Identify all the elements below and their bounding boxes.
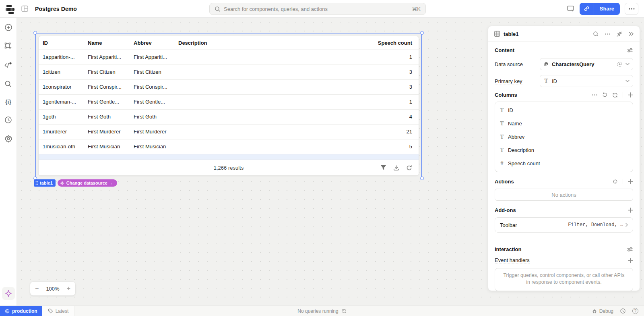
- panels-toggle-icon[interactable]: [21, 5, 29, 12]
- chevron-right-icon: [625, 223, 628, 227]
- primary-key-value: ID: [552, 78, 557, 84]
- component-name-badge[interactable]: table1: [34, 179, 56, 187]
- history-icon[interactable]: [4, 116, 12, 124]
- column-header[interactable]: Description: [174, 40, 366, 46]
- add-action-icon[interactable]: [628, 179, 633, 184]
- resize-handle-top-left[interactable]: [33, 31, 37, 35]
- interaction-settings-icon[interactable]: [627, 246, 633, 252]
- results-count: 1,266 results: [39, 165, 419, 171]
- ai-assistant-button[interactable]: [2, 287, 15, 300]
- reset-columns-icon[interactable]: [602, 92, 607, 98]
- inspector-panel: table1: [488, 26, 640, 291]
- resize-handle-bottom-right[interactable]: [420, 177, 424, 180]
- inspector-search-icon[interactable]: [593, 31, 599, 37]
- sparkle-icon: [60, 181, 64, 185]
- column-list-item[interactable]: T ID: [495, 104, 633, 117]
- table-body: 1apparition-...First Appariti...First Ap…: [39, 50, 419, 160]
- share-button[interactable]: Share: [594, 3, 620, 15]
- table-row[interactable]: 1citizenFirst CitizenFirst Citizen3: [39, 65, 419, 80]
- add-component-icon[interactable]: [4, 23, 12, 31]
- table-row[interactable]: 1musician-si...First MusicianFirst Music…: [39, 154, 419, 160]
- text-column-icon: T: [499, 147, 505, 154]
- unpin-panel-icon[interactable]: [616, 31, 622, 37]
- help-button[interactable]: ?: [632, 308, 638, 314]
- content-settings-icon[interactable]: [627, 47, 633, 53]
- search-panel-icon[interactable]: [4, 80, 12, 88]
- event-handlers-label: Event handlers: [495, 257, 530, 264]
- copy-link-button[interactable]: [580, 3, 594, 15]
- actions-loop-icon[interactable]: [613, 179, 618, 184]
- column-list-item[interactable]: # Speech count: [495, 157, 633, 170]
- zoom-in-button[interactable]: +: [67, 285, 70, 292]
- column-header[interactable]: Speech count: [366, 40, 419, 46]
- primary-key-label: Primary key: [495, 78, 540, 84]
- column-header[interactable]: Name: [84, 40, 130, 46]
- zoom-level[interactable]: 100%: [46, 286, 59, 292]
- refresh-icon[interactable]: [406, 165, 412, 171]
- table-row[interactable]: 1gentleman-...First Gentle...First Gentl…: [39, 95, 419, 110]
- inspector-title: table1: [504, 31, 519, 37]
- preview-button[interactable]: [567, 5, 575, 12]
- add-event-handler-icon[interactable]: [628, 258, 633, 263]
- table-row[interactable]: 1apparition-...First Appariti...First Ap…: [39, 50, 419, 65]
- drag-handle-icon: [35, 181, 38, 185]
- data-source-value: CharactersQuery: [552, 61, 594, 67]
- table-row[interactable]: 1murdererFirst MurdererFirst Murderer21: [39, 125, 419, 139]
- content-section-title: Content: [495, 47, 514, 53]
- tag-icon: [48, 308, 53, 314]
- environment-selector[interactable]: production: [0, 306, 42, 316]
- filter-icon[interactable]: [380, 165, 386, 170]
- postgres-icon: [543, 61, 549, 67]
- inspector-more-icon[interactable]: [605, 33, 610, 35]
- share-button-group: Share: [580, 3, 620, 15]
- change-datasource-pill[interactable]: Change datasource →: [58, 179, 117, 187]
- search-placeholder: Search for components, queries, and acti…: [224, 6, 409, 12]
- column-list-item[interactable]: T Name: [495, 117, 633, 130]
- primary-key-select[interactable]: T ID: [540, 75, 633, 87]
- debug-button[interactable]: Debug: [592, 308, 613, 314]
- text-column-icon: T: [499, 107, 505, 114]
- settings-gear-icon[interactable]: [4, 135, 12, 143]
- table-footer: 1,266 results: [39, 160, 419, 175]
- text-column-icon: T: [499, 121, 505, 127]
- select-component-icon[interactable]: [4, 42, 12, 50]
- search-shortcut: ⌘K: [412, 6, 421, 12]
- column-list-item[interactable]: T Abbrev: [495, 130, 633, 143]
- queries-sync-icon[interactable]: [342, 309, 347, 314]
- zoom-out-button[interactable]: −: [35, 285, 39, 292]
- add-column-icon[interactable]: [628, 92, 633, 98]
- code-queries-icon[interactable]: [4, 61, 12, 69]
- more-options-button[interactable]: [625, 3, 638, 15]
- table1-component[interactable]: ID Name Abbrev Description Speech count …: [38, 36, 419, 176]
- number-column-icon: #: [499, 160, 505, 167]
- add-addon-icon[interactable]: [628, 208, 633, 213]
- download-icon[interactable]: [393, 165, 399, 171]
- toolbar-label: Toolbar: [500, 222, 517, 228]
- table-row[interactable]: 1conspiratorFirst Conspir...First Conspi…: [39, 80, 419, 95]
- column-header[interactable]: Abbrev: [130, 40, 174, 46]
- toolbar-addon-row[interactable]: Toolbar Filter, Download, …: [495, 217, 633, 233]
- column-header[interactable]: ID: [39, 40, 84, 46]
- global-search-input[interactable]: Search for components, queries, and acti…: [209, 3, 426, 15]
- columns-more-icon[interactable]: [592, 94, 597, 96]
- table-row[interactable]: 1musician-othFirst MusicianFirst Musicia…: [39, 139, 419, 154]
- retool-logo-icon[interactable]: [6, 4, 15, 14]
- canvas-zoom-control: − 100% +: [30, 282, 75, 295]
- focus-query-icon[interactable]: [617, 61, 623, 67]
- resize-handle-top-right[interactable]: [420, 31, 424, 35]
- column-list-item[interactable]: T Description: [495, 143, 633, 157]
- data-source-select[interactable]: CharactersQuery: [540, 58, 633, 70]
- state-inspector-icon[interactable]: {i}: [5, 99, 11, 105]
- version-selector[interactable]: Latest: [42, 306, 75, 316]
- chevron-down-icon: [625, 63, 630, 65]
- table-row[interactable]: 1gothFirst GothFirst Goth4: [39, 110, 419, 125]
- table-component-icon: [494, 31, 500, 37]
- data-source-label: Data source: [495, 61, 540, 67]
- text-column-icon: T: [499, 134, 505, 140]
- no-actions-placeholder: No actions: [495, 189, 633, 201]
- run-history-icon[interactable]: [620, 308, 626, 314]
- editor-canvas[interactable]: ID Name Abbrev Description Speech count …: [17, 18, 644, 306]
- collapse-panel-icon[interactable]: [628, 31, 634, 36]
- text-column-icon: T: [543, 78, 549, 84]
- sync-columns-icon[interactable]: [612, 92, 618, 98]
